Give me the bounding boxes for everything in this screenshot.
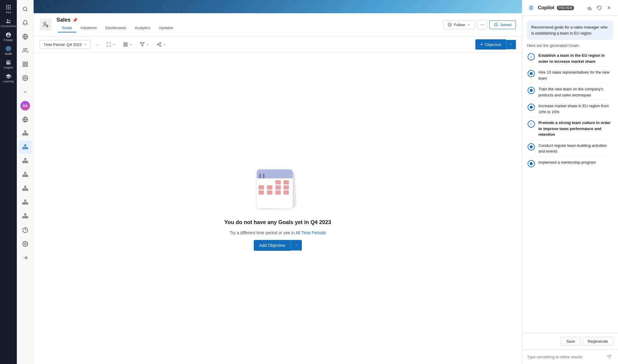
secondary-nav-gear[interactable] (19, 71, 32, 85)
add-objective-empty-main[interactable]: Add Objective (254, 240, 291, 251)
svg-rect-48 (24, 203, 26, 204)
svg-rect-7 (8, 8, 9, 9)
svg-rect-23 (26, 65, 27, 67)
nav-item-goals[interactable]: Goals (2, 44, 15, 57)
svg-rect-45 (26, 190, 28, 190)
secondary-nav-hierarchy2[interactable] (19, 141, 32, 154)
svg-marker-62 (140, 43, 144, 46)
nav-item-insights[interactable]: Insights (2, 58, 15, 71)
empty-state-subtitle: Try a different time period or see in Al… (230, 230, 326, 235)
more-button[interactable]: ··· (477, 20, 487, 29)
add-objective-main-btn[interactable]: + Objective (475, 39, 506, 50)
svg-rect-15 (8, 61, 9, 64)
secondary-nav-hierarchy7[interactable] (19, 210, 32, 223)
joined-button[interactable]: Joined (489, 20, 516, 29)
all-time-periods-link[interactable]: All Time Periods (295, 230, 326, 235)
secondary-nav-analytics[interactable] (19, 58, 32, 71)
follow-button[interactable]: Follow (443, 20, 475, 29)
copilot-regenerate-button[interactable]: Regenerate (583, 337, 613, 346)
secondary-nav-hierarchy5[interactable] (19, 182, 32, 195)
goal-icon-2 (527, 69, 535, 78)
secondary-nav-hierarchy6[interactable] (19, 196, 32, 209)
svg-point-9 (7, 19, 8, 21)
copilot-input-field[interactable] (527, 355, 602, 359)
svg-point-66 (531, 7, 532, 8)
cal-cell-11 (275, 190, 281, 195)
svg-point-24 (24, 77, 26, 79)
svg-rect-34 (24, 159, 26, 159)
tab-goals[interactable]: Goals (58, 24, 76, 32)
nav-item-connections[interactable]: Connections (2, 16, 15, 29)
copilot-refresh-btn[interactable] (595, 4, 604, 12)
svg-rect-39 (22, 176, 24, 177)
copilot-save-button[interactable]: Save (561, 337, 580, 346)
goal-target-icon-4 (528, 104, 535, 111)
svg-rect-40 (24, 176, 26, 177)
secondary-nav-people[interactable] (19, 44, 32, 57)
secondary-nav-chevron[interactable] (19, 85, 32, 99)
svg-point-56 (44, 22, 46, 24)
copilot-close-btn[interactable] (605, 4, 613, 12)
secondary-nav-globe2[interactable] (19, 113, 32, 126)
page-icon (40, 19, 52, 31)
goal-item-3: Train the new team on the company’s prod… (527, 84, 613, 101)
page-header: Sales 📌 Goals Initiatives Dashboards Ana… (34, 13, 522, 36)
tab-dashboards[interactable]: Dashboards (101, 24, 130, 32)
secondary-nav-expand[interactable] (19, 251, 32, 264)
svg-rect-51 (22, 217, 24, 218)
secondary-nav-globe[interactable] (19, 30, 32, 43)
svg-rect-6 (6, 8, 7, 9)
nav-item-viva[interactable]: Viva (2, 2, 15, 16)
nav-item-connections-label: Connections (1, 25, 16, 28)
toolbar-view-btn[interactable] (121, 40, 135, 49)
nav-item-engage[interactable]: Engage (2, 30, 15, 43)
svg-rect-43 (22, 190, 24, 190)
secondary-nav-avatar[interactable]: SA (19, 99, 32, 112)
svg-rect-29 (26, 134, 28, 135)
nav-item-goals-label: Goals (5, 52, 12, 55)
cal-cell-8 (283, 185, 289, 190)
add-objective-empty-button-group: Add Objective (254, 240, 302, 251)
nav-item-learning[interactable]: Learning (2, 71, 15, 85)
goal-icon-7 (527, 159, 535, 168)
toolbar-expand-btn[interactable] (104, 40, 118, 49)
tab-analytics[interactable]: Analytics (130, 24, 154, 32)
calendar-grid (257, 178, 293, 196)
toolbar-filter-btn[interactable] (138, 40, 152, 49)
tab-initiatives[interactable]: Initiatives (76, 24, 101, 32)
svg-point-67 (589, 7, 590, 8)
toolbar-more-btn[interactable]: ··· (93, 41, 101, 49)
goal-item-1: ✓ Establish a team in the EU region in o… (527, 50, 613, 67)
page-title: Sales 📌 (56, 17, 177, 23)
page-title-area: Sales 📌 Goals Initiatives Dashboards Ana… (56, 17, 177, 32)
svg-point-65 (160, 45, 161, 47)
add-objective-empty-dropdown[interactable] (291, 240, 302, 250)
nav-item-learning-label: Learning (3, 80, 14, 83)
svg-rect-44 (24, 190, 26, 190)
secondary-nav-help[interactable] (19, 223, 32, 237)
secondary-nav-hierarchy1[interactable] (19, 127, 32, 140)
toolbar-share-btn[interactable] (154, 40, 169, 49)
copilot-preview-badge: PREVIEW (557, 6, 574, 10)
copilot-settings-btn[interactable] (586, 4, 594, 12)
time-period-button[interactable]: Time Period: Q4 2023 (40, 40, 91, 49)
calendar-top (257, 169, 293, 178)
svg-rect-42 (24, 186, 26, 187)
secondary-nav-notifications[interactable] (19, 16, 32, 29)
copilot-prompt-text: Recommend goals for a sales manager who … (531, 25, 607, 35)
svg-rect-32 (24, 148, 26, 149)
cal-cell-9 (259, 190, 264, 195)
cal-cell-3 (275, 180, 281, 184)
secondary-nav-search[interactable] (19, 2, 32, 16)
empty-subtitle-prefix: Try a different time period or see in (230, 230, 295, 235)
secondary-nav-settings[interactable] (19, 237, 32, 250)
joined-label: Joined (500, 23, 511, 27)
secondary-nav-hierarchy3[interactable] (19, 154, 32, 168)
copilot-input-area (522, 349, 618, 364)
copilot-send-button[interactable] (605, 353, 613, 361)
svg-rect-38 (24, 172, 26, 173)
secondary-nav-hierarchy4[interactable] (19, 168, 32, 181)
calendar-main (257, 169, 293, 208)
add-objective-dropdown-btn[interactable] (506, 40, 516, 49)
tab-updates[interactable]: Updates (154, 24, 177, 32)
